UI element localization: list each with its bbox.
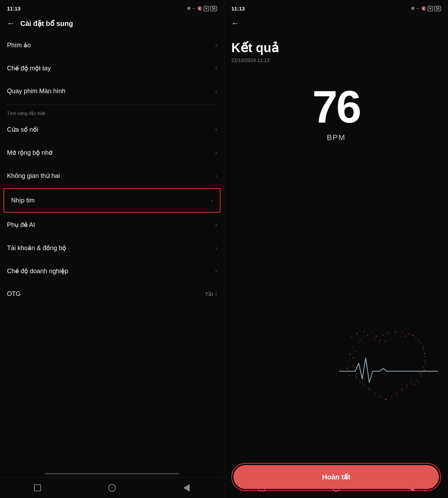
menu-item-otg[interactable]: OTG Tắt › xyxy=(0,283,224,305)
page-header-right: ← xyxy=(224,15,448,34)
heart-visualization xyxy=(224,142,448,463)
svg-point-74 xyxy=(420,377,420,378)
menu-label-quay-phim: Quay phim Màn hình xyxy=(7,88,65,95)
result-title: Kết quả xyxy=(231,41,441,55)
svg-point-22 xyxy=(409,333,410,335)
menu-item-phu-de[interactable]: Phụ đề AI › xyxy=(0,213,224,236)
svg-point-52 xyxy=(374,393,375,394)
svg-point-30 xyxy=(418,381,419,382)
svg-point-10 xyxy=(376,336,377,337)
svg-point-72 xyxy=(411,383,412,384)
battery-icon-right: 56 xyxy=(434,6,441,11)
svg-point-75 xyxy=(361,359,362,360)
svg-point-41 xyxy=(364,344,364,344)
menu-item-cua-so-noi[interactable]: Cửa sổ nổi › xyxy=(0,118,224,141)
chevron-icon-doanh-nghiep: › xyxy=(215,268,217,274)
svg-point-25 xyxy=(423,348,424,350)
chevron-icon-che-do-mot-tay: › xyxy=(215,65,217,71)
svg-point-31 xyxy=(395,331,396,332)
svg-point-62 xyxy=(362,382,363,383)
svg-point-55 xyxy=(391,396,392,397)
sim-icon: ✕ xyxy=(204,6,209,11)
menu-item-quay-phim[interactable]: Quay phim Màn hình › xyxy=(0,80,224,103)
chevron-icon-quay-phim: › xyxy=(215,88,217,95)
svg-point-84 xyxy=(381,333,382,334)
nav-circle-left[interactable] xyxy=(106,482,118,493)
svg-point-49 xyxy=(406,336,407,337)
svg-point-19 xyxy=(356,376,357,378)
menu-label-mo-rong: Mở rộng bộ nhớ xyxy=(7,149,52,157)
svg-point-36 xyxy=(422,346,424,347)
sim-icon-right: ✕ xyxy=(428,6,433,11)
svg-point-81 xyxy=(367,345,368,346)
otg-right: Tắt › xyxy=(205,291,217,297)
svg-point-61 xyxy=(358,379,359,379)
menu-item-nhip-tim-container: Nhịp tim › xyxy=(4,188,220,213)
back-button-left[interactable]: ← xyxy=(7,19,15,28)
menu-label-khong-gian: Không gian thứ hai xyxy=(7,172,60,180)
svg-point-12 xyxy=(367,335,368,336)
square-icon-left xyxy=(34,484,41,491)
back-button-right[interactable]: ← xyxy=(231,19,239,28)
svg-point-13 xyxy=(374,338,375,339)
ellipsis-icon-right: ··· xyxy=(416,6,420,11)
status-bar-left: 11:13 ⚙ ··· 🔇 ✕ 56 xyxy=(0,0,224,15)
svg-point-50 xyxy=(364,384,365,385)
bpm-label: BPM xyxy=(224,133,448,142)
done-button-area: Hoàn tất xyxy=(224,463,448,498)
right-panel: 11:13 ⚙ ··· 🔇 ✕ 56 ← Kết quả 22/10/2024 … xyxy=(224,0,448,498)
svg-point-23 xyxy=(415,337,416,338)
nav-square-left[interactable] xyxy=(32,482,43,493)
menu-item-phim-ao[interactable]: Phím ảo › xyxy=(0,34,224,57)
svg-point-47 xyxy=(395,337,396,338)
bottom-nav-left xyxy=(0,477,224,498)
menu-item-tai-khoan[interactable]: Tài khoản & đồng bộ › xyxy=(0,236,224,260)
menu-label-cua-so-noi: Cửa sổ nổi xyxy=(7,126,38,133)
menu-item-doanh-nghiep[interactable]: Chế độ doanh nghiệp › xyxy=(0,260,224,283)
svg-point-5 xyxy=(349,375,350,376)
mute-icon-right: 🔇 xyxy=(421,6,426,11)
svg-point-64 xyxy=(370,390,371,391)
svg-point-65 xyxy=(375,394,376,395)
menu-item-mo-rong[interactable]: Mở rộng bộ nhớ › xyxy=(0,141,224,164)
gear-icon: ⚙ xyxy=(187,6,191,11)
circle-icon-left xyxy=(108,484,116,492)
otg-value: Tắt xyxy=(205,291,213,297)
svg-point-46 xyxy=(390,339,391,340)
page-title-left: Cài đặt bổ sung xyxy=(20,19,73,28)
left-panel: 11:13 ⚙ ··· 🔇 ✕ 56 ← Cài đặt bổ sung Phí… xyxy=(0,0,224,498)
svg-point-78 xyxy=(421,359,422,360)
time-left: 11:13 xyxy=(7,6,20,12)
svg-point-71 xyxy=(407,387,408,388)
menu-item-khong-gian[interactable]: Không gian thứ hai › xyxy=(0,164,224,187)
page-header-left: ← Cài đặt bổ sung xyxy=(0,15,224,34)
svg-point-39 xyxy=(423,367,424,368)
done-button[interactable]: Hoàn tất xyxy=(233,465,439,489)
result-date: 22/10/2024 11:13 xyxy=(231,57,441,63)
svg-point-69 xyxy=(397,395,398,396)
svg-point-4 xyxy=(346,368,348,369)
svg-point-63 xyxy=(365,386,366,387)
menu-label-nhip-tim: Nhịp tim xyxy=(11,196,35,204)
svg-point-16 xyxy=(353,357,354,359)
bpm-value: 76 xyxy=(224,84,448,130)
menu-label-doanh-nghiep: Chế độ doanh nghiệp xyxy=(7,267,68,275)
chevron-icon-cua-so-noi: › xyxy=(215,126,217,133)
svg-point-67 xyxy=(386,400,387,401)
menu-label-phu-de: Phụ đề AI xyxy=(7,221,35,229)
svg-point-2 xyxy=(349,354,351,355)
nav-back-left[interactable] xyxy=(181,482,192,493)
chevron-icon-otg: › xyxy=(215,291,217,297)
svg-point-73 xyxy=(416,380,417,381)
menu-item-che-do-mot-tay[interactable]: Chế độ một tay › xyxy=(0,57,224,80)
chevron-icon-khong-gian: › xyxy=(215,173,217,179)
chevron-icon-phim-ao: › xyxy=(215,42,217,48)
svg-point-82 xyxy=(408,344,409,344)
svg-point-11 xyxy=(379,340,380,341)
menu-item-nhip-tim[interactable]: Nhịp tim › xyxy=(4,189,220,212)
svg-point-14 xyxy=(358,342,359,343)
svg-point-24 xyxy=(420,342,421,343)
chevron-icon-mo-rong: › xyxy=(215,150,217,156)
svg-point-59 xyxy=(411,381,412,382)
svg-point-43 xyxy=(374,341,375,341)
